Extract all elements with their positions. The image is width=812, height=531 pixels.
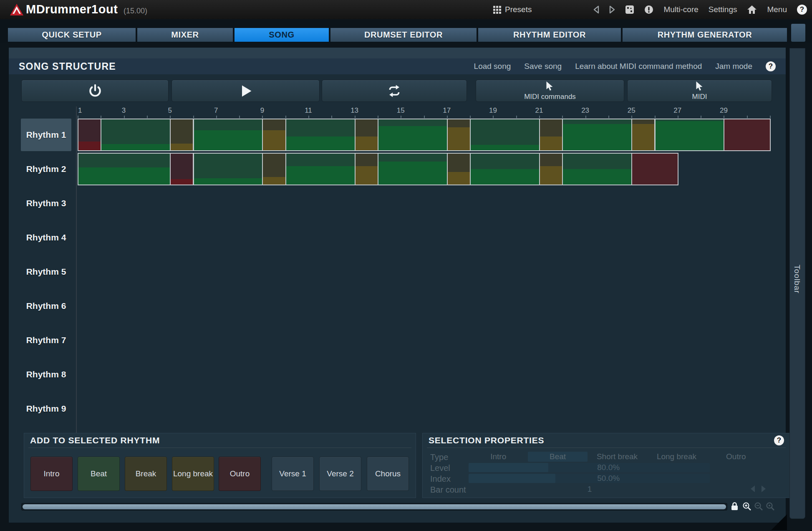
track-label-rhythm-3[interactable]: Rhythm 3 [21, 187, 71, 220]
song-segment-beat[interactable] [101, 119, 171, 151]
track-label-rhythm-2[interactable]: Rhythm 2 [21, 153, 71, 185]
multicore-button[interactable]: Multi-core [663, 5, 698, 14]
song-segment-beat[interactable] [470, 153, 540, 185]
song-segment-beat[interactable] [193, 153, 263, 185]
song-segment-beat[interactable] [470, 119, 540, 151]
midi-button[interactable]: MIDI [627, 80, 772, 102]
track-label-rhythm-8[interactable]: Rhythm 8 [21, 358, 71, 391]
add-button-intro[interactable]: Intro [30, 457, 73, 491]
zoom-in-icon[interactable] [742, 501, 752, 511]
ruler-tick [147, 116, 148, 118]
song-segment-break[interactable] [262, 153, 286, 185]
song-segment-beat[interactable] [378, 119, 448, 151]
prev-preset-icon[interactable] [593, 5, 599, 14]
right-strip-header[interactable] [791, 24, 805, 42]
panic-warning-icon[interactable] [644, 5, 653, 14]
type-option-beat[interactable]: Beat [528, 452, 587, 462]
song-segment-intro[interactable] [78, 119, 101, 151]
song-segment-break[interactable] [355, 153, 378, 185]
settings-button[interactable]: Settings [709, 5, 737, 14]
toolbar-strip[interactable]: Toolbar [789, 48, 805, 519]
song-segment-outro[interactable] [631, 153, 678, 185]
song-segment-break[interactable] [170, 119, 194, 151]
track-label-rhythm-5[interactable]: Rhythm 5 [21, 255, 71, 288]
link-jam-mode[interactable]: Jam mode [715, 62, 752, 71]
type-option-outro[interactable]: Outro [706, 452, 766, 462]
scrollbar-thumb[interactable] [23, 504, 726, 509]
song-segment-beat[interactable] [562, 119, 632, 151]
tracks-area: Rhythm 1Rhythm 2Rhythm 3Rhythm 4Rhythm 5… [9, 119, 785, 436]
song-segment-beat[interactable] [285, 153, 356, 185]
ruler-tick [701, 116, 701, 118]
song-segment-outro[interactable] [724, 119, 771, 151]
midi-commands-button[interactable]: MIDI commands [476, 80, 624, 102]
track-label-rhythm-6[interactable]: Rhythm 6 [21, 290, 71, 322]
timeline-ruler[interactable]: 1357911131517192123252729 [78, 106, 784, 118]
song-segment-beat[interactable] [193, 119, 263, 151]
tab-rhythm-generator[interactable]: RHYTHM GENERATOR [623, 28, 787, 42]
type-option-long-break[interactable]: Long break [647, 452, 706, 462]
zoom-lock-icon[interactable] [730, 501, 740, 511]
help-button[interactable]: ? [797, 5, 807, 15]
tab-drumset-editor[interactable]: DRUMSET EDITOR [330, 28, 477, 42]
link-load-song[interactable]: Load song [474, 62, 511, 71]
play-button[interactable] [171, 80, 320, 102]
next-preset-icon[interactable] [609, 5, 615, 14]
zoom-reset-icon[interactable] [765, 501, 775, 511]
song-segment-beat[interactable] [78, 153, 171, 185]
song-segment-break[interactable] [262, 119, 286, 151]
song-segment-break[interactable] [447, 119, 471, 151]
type-option-intro[interactable]: Intro [469, 452, 528, 462]
random-dice-icon[interactable] [625, 5, 634, 14]
loop-button[interactable] [322, 80, 467, 102]
selection-help-button[interactable]: ? [774, 435, 784, 445]
level-slider[interactable]: 80.0% [469, 463, 710, 472]
song-segment-beat[interactable] [285, 119, 356, 151]
bar-count-increment-icon[interactable] [762, 485, 766, 492]
ruler-number: 11 [305, 106, 312, 115]
song-segment-break[interactable] [539, 153, 563, 185]
bar-count-decrement-icon[interactable] [751, 485, 755, 492]
add-button-verse-2[interactable]: Verse 2 [319, 457, 361, 491]
track-label-rhythm-9[interactable]: Rhythm 9 [21, 392, 71, 425]
tab-quick-setup[interactable]: QUICK SETUP [8, 28, 136, 42]
add-button-break[interactable]: Break [125, 457, 167, 491]
type-option-short-break[interactable]: Short break [588, 452, 647, 462]
song-segment-beat[interactable] [562, 153, 632, 185]
ruler-tick [724, 116, 724, 118]
track-label-rhythm-4[interactable]: Rhythm 4 [21, 221, 71, 254]
track-label-rhythm-7[interactable]: Rhythm 7 [21, 324, 71, 357]
song-segment-break[interactable] [355, 119, 378, 151]
add-button-beat[interactable]: Beat [78, 457, 120, 491]
tab-mixer[interactable]: MIXER [137, 28, 233, 42]
add-button-verse-1[interactable]: Verse 1 [272, 457, 314, 491]
song-structure-help-button[interactable]: ? [766, 61, 776, 71]
song-segment-break[interactable] [631, 119, 655, 151]
tab-rhythm-editor[interactable]: RHYTHM EDITOR [478, 28, 621, 42]
panel-title: SONG STRUCTURE [19, 61, 116, 72]
add-button-long-break[interactable]: Long break [172, 457, 214, 491]
power-button[interactable] [21, 80, 169, 102]
index-slider[interactable]: 50.0% [469, 474, 710, 483]
song-segment-break[interactable] [539, 119, 563, 151]
song-segment-beat[interactable] [378, 153, 448, 185]
track-label-rhythm-1[interactable]: Rhythm 1 [21, 119, 71, 151]
song-segment-intro[interactable] [170, 153, 194, 185]
tab-song[interactable]: SONG [235, 28, 329, 42]
menu-button[interactable]: Menu [767, 5, 787, 14]
horizontal-scrollbar[interactable] [21, 503, 727, 511]
ruler-tick [493, 116, 494, 118]
home-icon[interactable] [747, 5, 757, 14]
zoom-out-icon[interactable] [754, 501, 764, 511]
resize-grip[interactable] [771, 514, 787, 530]
presets-button[interactable]: Presets [493, 3, 532, 16]
ruler-tick [631, 116, 632, 118]
add-button-chorus[interactable]: Chorus [367, 457, 409, 491]
ruler-tick [355, 116, 356, 118]
link-learn-about-midi-command-method[interactable]: Learn about MIDI command method [575, 62, 702, 71]
link-save-song[interactable]: Save song [524, 62, 562, 71]
song-segment-beat[interactable] [655, 119, 725, 151]
add-button-outro[interactable]: Outro [219, 457, 261, 491]
song-segment-break[interactable] [447, 153, 471, 185]
app-title: MDrummer1out [26, 3, 118, 16]
